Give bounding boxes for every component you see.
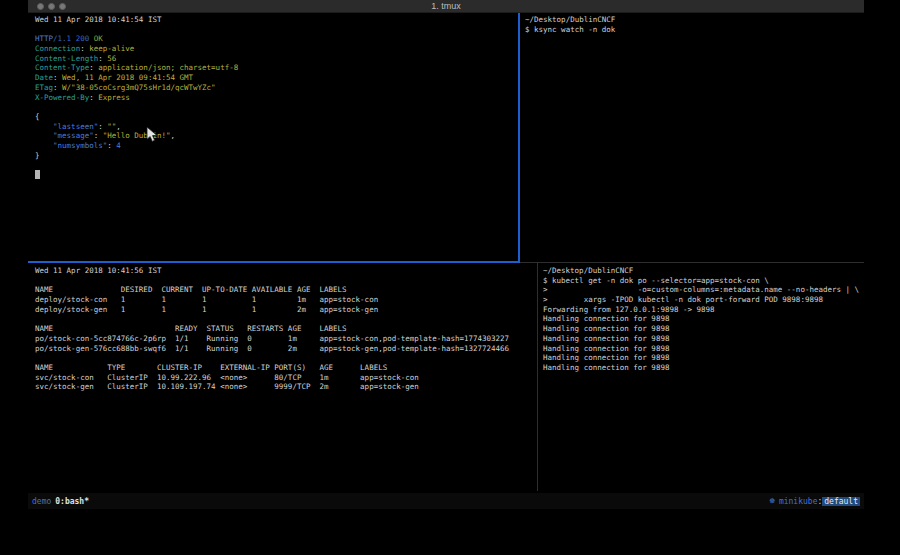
pane-border-horizontal-active [28, 261, 518, 263]
pane-ksync-watch[interactable]: ~/Desktop/DublinCNCF$ ksync watch -n dok [522, 15, 862, 260]
kube-context: minikube [779, 497, 818, 506]
session-name: demo [32, 497, 51, 506]
mouse-cursor [146, 126, 158, 144]
zoom-button[interactable] [59, 3, 66, 10]
desktop: 1. tmux Wed 11 Apr 2018 10:41:54 IST HTT… [0, 0, 900, 555]
window-title: 1. tmux [28, 0, 864, 13]
terminal-window: 1. tmux Wed 11 Apr 2018 10:41:54 IST HTT… [28, 0, 864, 510]
tmux-status-bar: demo 0:bash* ☸ minikube : default [28, 493, 864, 509]
window-titlebar[interactable]: 1. tmux [28, 0, 864, 13]
pane-kubectl-get[interactable]: Wed 11 Apr 2018 10:41:56 IST NAME DESIRE… [30, 266, 535, 490]
pane-border-horizontal-inactive [520, 262, 864, 263]
pane-port-forward[interactable]: ~/Desktop/DublinCNCF$ kubectl get -n dok… [540, 266, 862, 490]
traffic-lights [37, 3, 66, 10]
pane-border-vertical-top [518, 13, 520, 263]
kube-context-group: minikube : default [779, 497, 860, 506]
pane-http-response[interactable]: Wed 11 Apr 2018 10:41:54 IST HTTP/1.1 20… [30, 15, 516, 260]
status-right: ☸ minikube : default [770, 496, 861, 506]
status-left: demo 0:bash* [32, 497, 89, 506]
kube-namespace-badge: default [822, 497, 860, 506]
close-button[interactable] [37, 3, 44, 10]
active-window-label[interactable]: 0:bash* [55, 497, 89, 506]
pane-border-vertical-bottom [537, 263, 538, 491]
minimize-button[interactable] [48, 3, 55, 10]
kubernetes-icon: ☸ [770, 496, 775, 506]
